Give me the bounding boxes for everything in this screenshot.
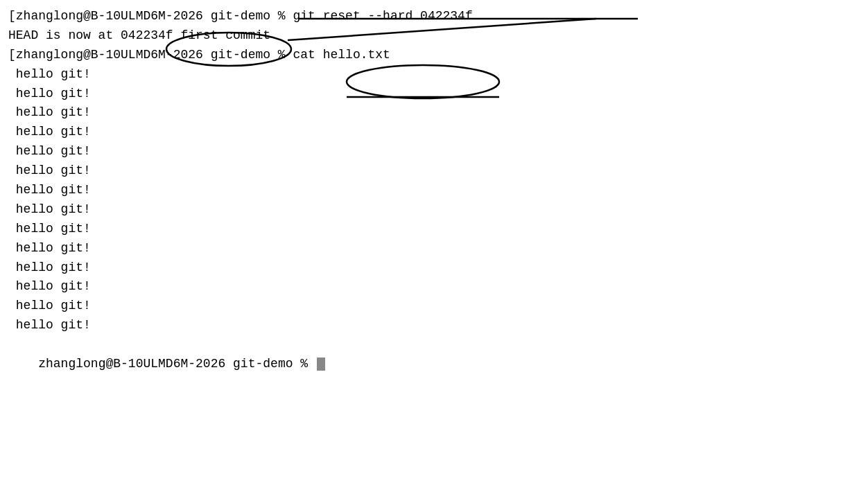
line-14: hello git! — [8, 258, 860, 278]
prompt-text: zhanglong@B-10ULMD6M-2026 git-demo % — [38, 357, 315, 371]
cursor — [317, 358, 325, 371]
line-2: HEAD is now at 042234f first commit — [8, 26, 860, 46]
line-9: hello git! — [8, 161, 860, 181]
line-10: hello git! — [8, 181, 860, 200]
line-5: hello git! — [8, 85, 860, 104]
terminal-output: [zhanglong@B-10ULMD6M-2026 git-demo % gi… — [0, 0, 868, 400]
line-12: hello git! — [8, 220, 860, 239]
line-3: [zhanglong@B-10ULMD6M-2026 git-demo % ca… — [8, 46, 860, 65]
line-4: hello git! — [8, 65, 860, 85]
prompt-line: zhanglong@B-10ULMD6M-2026 git-demo % — [8, 335, 860, 394]
line-17: hello git! — [8, 316, 860, 335]
line-7: hello git! — [8, 123, 860, 142]
line-6: hello git! — [8, 103, 860, 123]
line-11: hello git! — [8, 200, 860, 220]
line-13: hello git! — [8, 239, 860, 258]
line-1: [zhanglong@B-10ULMD6M-2026 git-demo % gi… — [8, 7, 860, 26]
line-8: hello git! — [8, 142, 860, 161]
line-15: hello git! — [8, 277, 860, 297]
line-16: hello git! — [8, 297, 860, 316]
